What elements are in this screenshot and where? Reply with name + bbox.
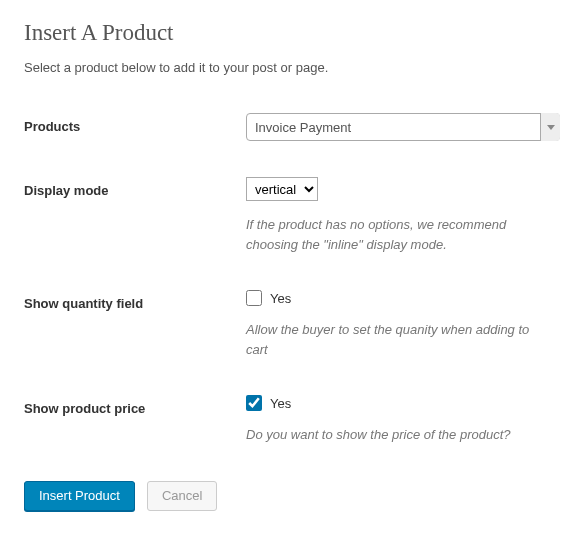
show-price-cb-label: Yes [270, 396, 291, 411]
row-show-price: Show product price Yes Do you want to sh… [24, 395, 560, 445]
actions-row: Insert Product Cancel [24, 481, 560, 512]
show-quantity-cb-label: Yes [270, 291, 291, 306]
label-products: Products [24, 113, 246, 134]
show-quantity-checkbox[interactable] [246, 290, 262, 306]
label-show-price: Show product price [24, 395, 246, 416]
page-title: Insert A Product [24, 20, 560, 46]
insert-product-button[interactable]: Insert Product [24, 481, 135, 512]
row-display-mode: Display mode vertical If the product has… [24, 177, 560, 254]
row-show-quantity: Show quantity field Yes Allow the buyer … [24, 290, 560, 359]
display-mode-hint: If the product has no options, we recomm… [246, 215, 546, 254]
label-display-mode: Display mode [24, 177, 246, 198]
show-price-hint: Do you want to show the price of the pro… [246, 425, 546, 445]
display-mode-select[interactable]: vertical [246, 177, 318, 201]
page-subtitle: Select a product below to add it to your… [24, 60, 560, 75]
products-select[interactable]: Invoice Payment [246, 113, 560, 141]
cancel-button[interactable]: Cancel [147, 481, 217, 512]
show-price-checkbox[interactable] [246, 395, 262, 411]
show-quantity-hint: Allow the buyer to set the quanity when … [246, 320, 546, 359]
row-products: Products Invoice Payment [24, 113, 560, 141]
products-selected-value: Invoice Payment [255, 120, 351, 135]
chevron-down-icon[interactable] [540, 113, 560, 141]
label-show-quantity: Show quantity field [24, 290, 246, 311]
